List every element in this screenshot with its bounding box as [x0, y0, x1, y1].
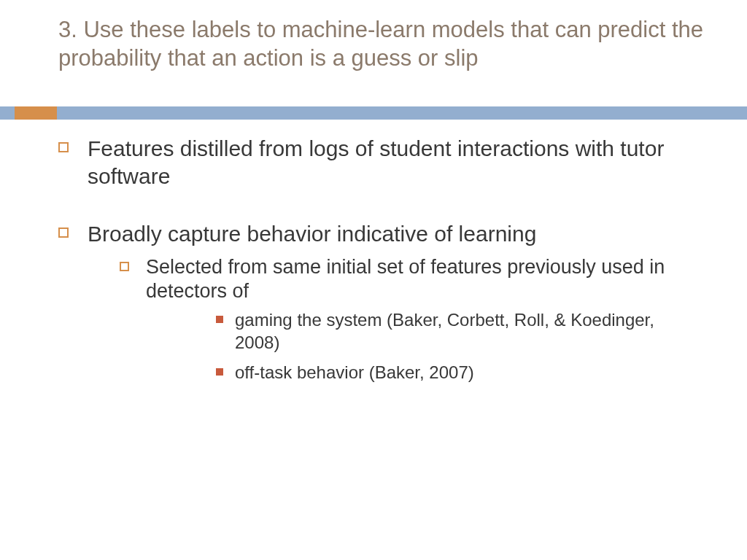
bullet-text: Features distilled from logs of student …	[88, 136, 664, 188]
filled-square-icon	[216, 316, 223, 323]
slide-title: 3. Use these labels to machine-learn mod…	[58, 16, 703, 73]
slide: 3. Use these labels to machine-learn mod…	[0, 0, 747, 560]
title-divider-accent	[15, 106, 57, 120]
slide-body: Features distilled from logs of student …	[58, 135, 703, 415]
bullet-level1: Broadly capture behavior indicative of l…	[58, 220, 703, 384]
sublist: gaming the system (Baker, Corbett, Roll,…	[146, 308, 703, 384]
bullet-level3: gaming the system (Baker, Corbett, Roll,…	[146, 308, 703, 354]
sublist: Selected from same initial set of featur…	[88, 255, 703, 384]
hollow-square-icon	[120, 262, 129, 271]
bullet-text: gaming the system (Baker, Corbett, Roll,…	[235, 310, 654, 352]
bullet-text: Broadly capture behavior indicative of l…	[88, 222, 536, 246]
bullet-text: off-task behavior (Baker, 2007)	[235, 362, 474, 382]
hollow-square-icon	[58, 228, 69, 238]
bullet-level3: off-task behavior (Baker, 2007)	[146, 361, 703, 384]
bullet-level2: Selected from same initial set of featur…	[88, 255, 703, 384]
hollow-square-icon	[58, 142, 69, 152]
filled-square-icon	[216, 368, 223, 376]
bullet-text: Selected from same initial set of featur…	[146, 256, 665, 303]
title-divider	[0, 106, 747, 120]
bullet-level1: Features distilled from logs of student …	[58, 135, 703, 190]
